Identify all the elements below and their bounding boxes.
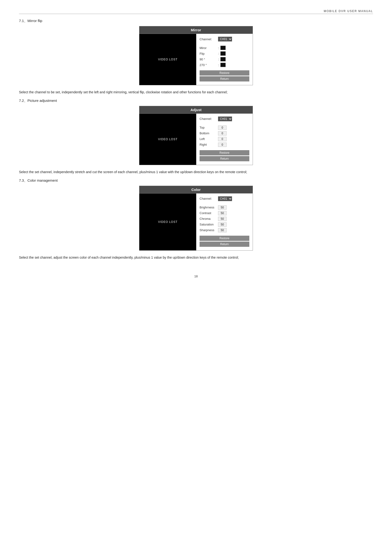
row-label-adjust-0: Top — [200, 126, 217, 129]
control-row-color-1: Contrast50 — [200, 211, 249, 215]
row-label-color-4: Sharpness — [200, 228, 217, 232]
row-label-color-1: Contrast — [200, 211, 217, 215]
video-panel-color: VIDEO LOST — [139, 194, 196, 250]
control-row-mirror-3: 270 °: — [200, 63, 249, 67]
row-colon-mirror-3: : — [218, 63, 219, 67]
row-colon-mirror-0: : — [218, 46, 219, 50]
dialog-wrapper-mirror: MirrorVIDEO LOSTChannel:CH01Miror:Flip:9… — [19, 26, 373, 85]
dialog-title-mirror: Mirror — [139, 26, 253, 34]
video-panel-mirror: VIDEO LOST — [139, 34, 196, 85]
value-box-adjust-0: 0 — [218, 125, 227, 130]
control-row-adjust-1: Bottom0 — [200, 131, 249, 135]
section-title-color: 7.3、Color management — [19, 178, 373, 183]
page-header: MOBILE DVR USER MANUAL — [19, 9, 373, 14]
value-box-adjust-1: 0 — [218, 131, 227, 135]
row-label-mirror-2: 90 ° — [200, 58, 217, 61]
channel-select-mirror[interactable]: CH01 — [218, 37, 232, 42]
restore-button-color[interactable]: Restore — [200, 236, 249, 241]
section-title-adjust: 7.2、Picture adjustment — [19, 98, 373, 103]
value-box-color-4: 50 — [218, 228, 227, 232]
checkbox-square-mirror-1[interactable] — [220, 51, 226, 56]
dialog-box-color: ColorVIDEO LOSTChannel:CH01Brighrness50C… — [139, 186, 253, 251]
channel-label-color: Channel: — [200, 197, 217, 200]
control-row-adjust-2: Left0 — [200, 137, 249, 141]
video-panel-adjust: VIDEO LOST — [139, 114, 196, 165]
channel-label-adjust: Channel: — [200, 117, 217, 121]
checkbox-square-mirror-2[interactable] — [220, 57, 226, 61]
row-label-mirror-3: 270 ° — [200, 63, 217, 67]
row-label-color-2: Chroma — [200, 217, 217, 221]
restore-button-mirror[interactable]: Restore — [200, 70, 249, 76]
channel-row-color: Channel:CH01 — [200, 196, 249, 201]
return-button-color[interactable]: Return — [200, 242, 249, 247]
control-row-adjust-0: Top0 — [200, 125, 249, 130]
control-row-mirror-0: Miror: — [200, 46, 249, 50]
control-row-color-4: Sharpness50 — [200, 228, 249, 232]
restore-button-adjust[interactable]: Restore — [200, 150, 249, 155]
channel-row-adjust: Channel:CH01 — [200, 117, 249, 121]
section-title-mirror: 7.1、Mirror flip — [19, 19, 373, 23]
row-label-color-3: Saturation — [200, 223, 217, 226]
dialog-wrapper-adjust: AdjustVIDEO LOSTChannel:CH01Top0Bottom0L… — [19, 106, 373, 165]
btn-row-mirror: RestoreReturn — [200, 70, 249, 82]
btn-row-adjust: RestoreReturn — [200, 150, 249, 162]
row-colon-mirror-2: : — [218, 58, 219, 61]
checkbox-square-mirror-0[interactable] — [220, 46, 226, 50]
dialog-title-adjust: Adjust — [139, 106, 253, 114]
manual-title: MOBILE DVR USER MANUAL — [324, 9, 373, 13]
control-row-mirror-2: 90 °: — [200, 57, 249, 61]
dialog-box-adjust: AdjustVIDEO LOSTChannel:CH01Top0Bottom0L… — [139, 106, 253, 165]
row-label-mirror-0: Miror — [200, 46, 217, 50]
value-box-color-1: 50 — [218, 211, 227, 215]
btn-row-color: RestoreReturn — [200, 236, 249, 248]
value-box-color-0: 50 — [218, 205, 227, 210]
control-row-adjust-3: Right0 — [200, 143, 249, 147]
control-row-color-3: Saturation50 — [200, 222, 249, 227]
channel-select-adjust[interactable]: CH01 — [218, 117, 232, 121]
description-mirror: Select the channel to be set, independen… — [19, 90, 373, 95]
control-row-mirror-1: Flip: — [200, 51, 249, 56]
control-row-color-0: Brighrness50 — [200, 205, 249, 210]
return-button-mirror[interactable]: Return — [200, 76, 249, 82]
page-number: 18 — [19, 275, 373, 278]
channel-row-mirror: Channel:CH01 — [200, 37, 249, 42]
checkbox-square-mirror-3[interactable] — [220, 63, 226, 67]
row-label-adjust-2: Left — [200, 137, 217, 141]
control-row-color-2: Chroma50 — [200, 217, 249, 221]
row-colon-mirror-1: : — [218, 52, 219, 55]
dialog-wrapper-color: ColorVIDEO LOSTChannel:CH01Brighrness50C… — [19, 186, 373, 251]
description-color: Select the set channel, adjust the scree… — [19, 255, 373, 261]
row-label-mirror-1: Flip — [200, 52, 217, 55]
row-label-color-0: Brighrness — [200, 206, 217, 209]
row-label-adjust-1: Bottom — [200, 132, 217, 135]
dialog-box-mirror: MirrorVIDEO LOSTChannel:CH01Miror:Flip:9… — [139, 26, 253, 85]
value-box-adjust-3: 0 — [218, 143, 227, 147]
value-box-adjust-2: 0 — [218, 137, 227, 141]
row-label-adjust-3: Right — [200, 143, 217, 146]
channel-select-color[interactable]: CH01 — [218, 196, 232, 201]
description-adjust: Select the set channel, independently st… — [19, 169, 373, 175]
value-box-color-3: 50 — [218, 222, 227, 227]
channel-label-mirror: Channel: — [200, 37, 217, 41]
dialog-title-color: Color — [139, 186, 253, 194]
return-button-adjust[interactable]: Return — [200, 156, 249, 161]
value-box-color-2: 50 — [218, 217, 227, 221]
